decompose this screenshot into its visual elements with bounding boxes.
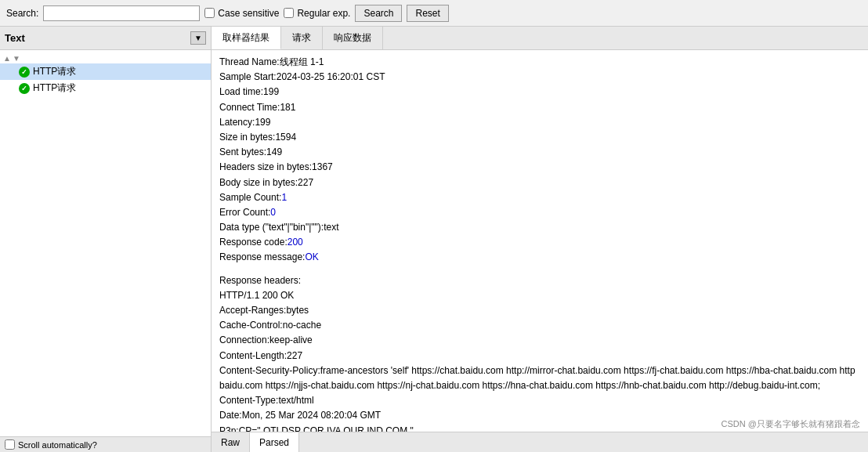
label-data-type: Data type ("text"|"bin"|""): [219,220,324,235]
value-p3p: CP=" OTI DSP COR IVA OUR IND COM " [239,424,414,432]
tree-item-http2[interactable]: ✓ HTTP请求 [0,80,211,96]
main-layout: Text ▼ ▲ ▼ ✓ HTTP请求 ✓ HTTP请求 Scroll auto… [0,27,868,452]
dropdown-arrow-icon[interactable]: ▼ [190,31,206,45]
value-load-time: 199 [263,85,279,99]
regular-exp-checkbox-group[interactable]: Regular exp. [284,8,350,19]
tab-sampler-result[interactable]: 取样器结果 [212,27,281,49]
line-error-count: Error Count: 0 [219,205,860,220]
content-area: Thread Name: 线程组 1-1 Sample Start: 2024-… [212,50,868,432]
regular-exp-label: Regular exp. [297,8,350,19]
line-headers-size: Headers size in bytes: 1367 [219,160,860,175]
right-panel: 取样器结果 请求 响应数据 Thread Name: 线程组 1-1 Sampl… [212,27,868,452]
label-response-message: Response message: [219,250,305,265]
watermark: CSDN @只要名字够长就有猪跟着念 [722,418,860,430]
value-cache-control: no-cache [283,318,321,333]
label-csp: Content-Security-Policy: [219,363,320,378]
value-http11: HTTP/1.1 200 OK [219,288,294,303]
left-panel: Text ▼ ▲ ▼ ✓ HTTP请求 ✓ HTTP请求 Scroll auto… [0,27,212,452]
line-load-time: Load time: 199 [219,85,860,99]
line-csp2: baidu.com https://njjs-chat.baidu.com ht… [219,378,860,393]
left-panel-title: Text [5,32,190,44]
line-sample-count: Sample Count: 1 [219,190,860,205]
value-connect-time: 181 [280,100,295,115]
line-thread-name: Thread Name: 线程组 1-1 [219,55,860,70]
line-response-message: Response message: OK [219,250,860,265]
bottom-tab-parsed[interactable]: Parsed [250,432,299,452]
label-content-length: Content-Length: [219,349,287,363]
line-data-type: Data type ("text"|"bin"|""): text [219,220,860,235]
scroll-auto-checkbox[interactable] [5,439,15,450]
value-error-count: 0 [270,205,276,220]
value-response-message: OK [305,250,318,265]
tree-item-http1[interactable]: ✓ HTTP请求 [0,63,211,80]
case-sensitive-checkbox[interactable] [204,8,215,18]
line-accept-ranges: Accept-Ranges: bytes [219,303,860,318]
case-sensitive-checkbox-group[interactable]: Case sensitive [204,8,279,19]
label-content-type: Content-Type: [219,393,278,408]
line-response-headers: Response headers: [219,273,860,288]
value-data-type: text [324,220,338,235]
value-body-size: 227 [298,175,313,190]
label-cache-control: Cache-Control: [219,318,283,333]
label-headers-size: Headers size in bytes: [219,160,312,175]
line-csp: Content-Security-Policy: frame-ancestors… [219,363,860,378]
bottom-tabs-row: Raw Parsed [212,432,868,452]
value-response-code: 200 [288,235,303,250]
label-sent-bytes: Sent bytes: [219,145,266,160]
value-sample-count: 1 [281,190,287,205]
line-sent-bytes: Sent bytes: 149 [219,145,860,160]
line-cache-control: Cache-Control: no-cache [219,318,860,333]
line-http11: HTTP/1.1 200 OK [219,288,860,303]
value-content-length: 227 [287,349,302,363]
label-date: Date: [219,408,242,423]
tree-item-label-1: HTTP请求 [33,65,76,78]
bottom-tab-raw[interactable]: Raw [212,432,250,452]
left-bottom-bar: Scroll automatically? [0,436,211,452]
line-size-bytes: Size in bytes: 1594 [219,130,860,145]
tree-area: ▲ ▼ ✓ HTTP请求 ✓ HTTP请求 [0,50,211,436]
line-body-size: Body size in bytes: 227 [219,175,860,190]
label-latency: Latency: [219,115,255,130]
label-p3p: P3p: [219,424,239,432]
left-panel-header: Text ▼ [0,27,211,50]
regular-exp-checkbox[interactable] [284,8,294,18]
line-sample-start: Sample Start: 2024-03-25 16:20:01 CST [219,70,860,85]
line-latency: Latency: 199 [219,115,860,130]
value-size-bytes: 1594 [275,130,296,145]
label-sample-count: Sample Count: [219,190,281,205]
value-sent-bytes: 149 [266,145,282,160]
line-connect-time: Connect Time: 181 [219,100,860,115]
case-sensitive-label: Case sensitive [218,8,279,19]
scroll-down-icon[interactable]: ▼ [13,54,20,63]
tab-request[interactable]: 请求 [281,27,323,49]
search-button[interactable]: Search [355,5,402,22]
label-thread-name: Thread Name: [219,55,280,70]
value-sample-start: 2024-03-25 16:20:01 CST [277,70,385,85]
label-connect-time: Connect Time: [219,100,280,115]
line-content-length: Content-Length: 227 [219,349,860,363]
value-date: Mon, 25 Mar 2024 08:20:04 GMT [242,408,381,423]
label-error-count: Error Count: [219,205,270,220]
search-bar: Search: Case sensitive Regular exp. Sear… [0,0,868,27]
value-thread-name: 线程组 1-1 [280,55,324,70]
value-latency: 199 [255,115,270,130]
label-size-bytes: Size in bytes: [219,130,275,145]
value-content-type: text/html [278,393,313,408]
value-connection: keep-alive [269,333,313,348]
scroll-up-icon[interactable]: ▲ [3,54,11,63]
line-content-type: Content-Type: text/html [219,393,860,408]
value-csp2: baidu.com https://njjs-chat.baidu.com ht… [219,378,820,393]
line-response-code: Response code: 200 [219,235,860,250]
label-connection: Connection: [219,333,269,348]
label-accept-ranges: Accept-Ranges: [219,303,286,318]
value-accept-ranges: bytes [286,303,309,318]
search-input[interactable] [43,5,200,21]
scroll-auto-label: Scroll automatically? [18,440,97,450]
tab-response-data[interactable]: 响应数据 [323,27,383,49]
label-response-code: Response code: [219,235,288,250]
label-body-size: Body size in bytes: [219,175,298,190]
reset-button[interactable]: Reset [407,5,448,22]
label-response-headers: Response headers: [219,273,301,288]
label-sample-start: Sample Start: [219,70,277,85]
label-load-time: Load time: [219,85,263,99]
